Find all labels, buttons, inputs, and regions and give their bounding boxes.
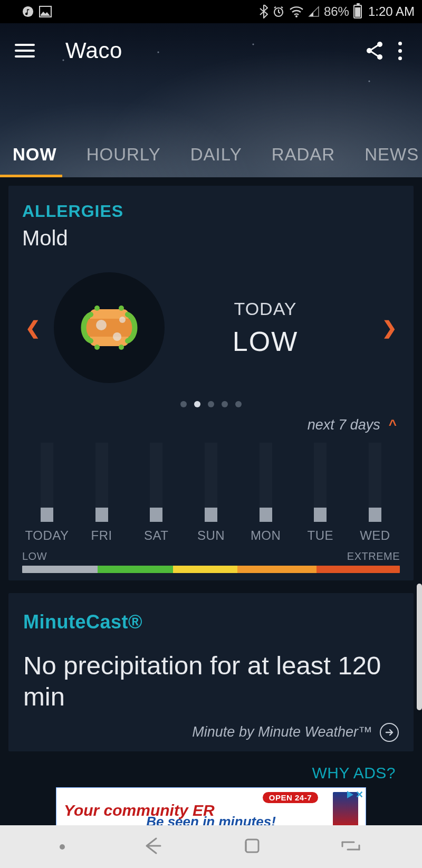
wifi-icon	[289, 6, 304, 17]
ad-close-icon[interactable]: ✕	[356, 789, 363, 800]
tab-hourly[interactable]: HOURLY	[83, 135, 164, 174]
android-status-bar: 86% 1:20 AM	[0, 0, 422, 23]
allergies-heading: ALLERGIES	[22, 202, 400, 221]
bar-mon: MON	[242, 443, 290, 543]
ad-choices[interactable]: ✕	[347, 789, 363, 800]
allergy-pager[interactable]	[22, 401, 400, 407]
arrow-right-icon[interactable]	[380, 723, 399, 742]
svg-point-3	[295, 15, 298, 17]
scale-low-label: LOW	[22, 550, 47, 562]
scale-high-label: EXTREME	[347, 550, 400, 562]
bar-sun: SUN	[187, 443, 235, 543]
alarm-icon	[272, 5, 285, 18]
allergy-level-value: LOW	[165, 326, 366, 357]
svg-point-14	[113, 332, 121, 341]
bar-sat: SAT	[132, 443, 180, 543]
bar-wed: WED	[351, 443, 399, 543]
tab-radar[interactable]: RADAR	[268, 135, 339, 174]
status-clock: 1:20 AM	[368, 4, 415, 19]
allergy-scale-gradient	[22, 566, 400, 573]
nav-home-button[interactable]	[242, 835, 263, 859]
minutecast-footer: Minute by Minute Weather™	[192, 724, 372, 740]
svg-point-6	[377, 54, 382, 60]
svg-point-9	[94, 306, 100, 311]
scrollbar-thumb[interactable]	[417, 584, 422, 710]
nav-recents-button[interactable]	[339, 837, 362, 857]
location-title[interactable]: Waco	[65, 38, 122, 63]
svg-point-11	[94, 345, 100, 350]
battery-percent: 86%	[324, 4, 349, 19]
picture-icon	[39, 6, 52, 17]
tab-bar: NOW HOURLY DAILY RADAR NEWS	[0, 135, 422, 177]
svg-point-4	[377, 42, 382, 47]
why-ads-link[interactable]: WHY ADS?	[8, 764, 414, 785]
battery-icon	[353, 5, 362, 18]
nav-assistant-dot[interactable]	[60, 844, 65, 850]
bar-fri: FRI	[78, 443, 126, 543]
allergies-type: Mold	[22, 226, 400, 250]
svg-point-15	[119, 317, 126, 323]
allergy-day-label: TODAY	[165, 299, 366, 319]
nav-back-button[interactable]	[141, 835, 165, 859]
tab-daily[interactable]: DAILY	[187, 135, 245, 174]
ad-badge: OPEN 24-7	[263, 792, 318, 803]
menu-button[interactable]	[15, 40, 37, 62]
minutecast-text: No precipitation for at least 120 min	[23, 650, 399, 712]
signal-icon	[308, 6, 320, 17]
ad-line2: Be seen in minutes!	[56, 814, 366, 825]
bar-today: TODAY	[23, 443, 71, 543]
svg-point-5	[367, 48, 372, 53]
svg-point-13	[96, 320, 107, 330]
svg-point-0	[23, 6, 33, 17]
ad-banner[interactable]: Your community ER Be seen in minutes! OP…	[56, 787, 366, 825]
svg-point-12	[119, 345, 124, 350]
adchoices-icon	[347, 791, 353, 798]
svg-rect-8	[85, 319, 133, 337]
bluetooth-icon	[260, 5, 268, 18]
allergies-card: ALLERGIES Mold ❮ TODAY LOW	[8, 186, 414, 580]
minutecast-card[interactable]: MinuteCast® No precipitation for at leas…	[8, 593, 414, 751]
tab-news[interactable]: NEWS	[361, 135, 422, 174]
allergy-7day-chart: TODAY FRI SAT SUN MON TUE WED	[22, 443, 400, 543]
tab-now[interactable]: NOW	[9, 135, 60, 174]
app-bar: Waco	[0, 23, 422, 78]
next7-label: next 7 days	[308, 417, 380, 433]
svg-rect-16	[246, 840, 258, 852]
minutecast-title: MinuteCast®	[23, 611, 399, 633]
allergy-prev-button[interactable]: ❮	[22, 317, 43, 338]
next7-toggle[interactable]: next 7 days ^	[22, 417, 400, 433]
bar-tue: TUE	[296, 443, 344, 543]
mold-icon	[70, 288, 149, 367]
music-note-icon	[22, 6, 34, 17]
allergy-next-button[interactable]: ❯	[379, 317, 400, 338]
android-nav-bar	[0, 825, 422, 868]
svg-point-10	[119, 306, 124, 311]
overflow-menu-button[interactable]	[387, 38, 413, 63]
allergy-gauge	[54, 272, 165, 383]
content-scroll[interactable]: ALLERGIES Mold ❮ TODAY LOW	[0, 177, 422, 825]
share-button[interactable]	[362, 38, 387, 63]
chevron-up-icon: ^	[389, 417, 397, 433]
header-background: Waco NOW HOURLY DAILY RADAR NEWS	[0, 23, 422, 177]
